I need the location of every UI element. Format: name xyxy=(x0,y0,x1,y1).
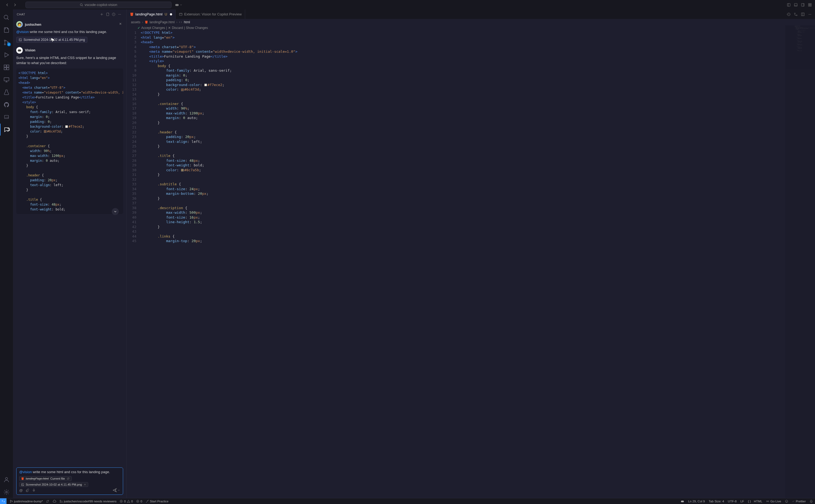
activity-run-debug[interactable] xyxy=(0,49,13,61)
tab-label: Extension: Vision for Copilot Preview xyxy=(184,12,242,16)
activity-output[interactable]: LOG xyxy=(0,111,13,123)
activity-chat[interactable] xyxy=(0,124,13,136)
message-attachment[interactable]: Screenshot 2024-10-02 at 4.11.45 PM.png xyxy=(16,37,87,43)
activity-accounts[interactable] xyxy=(0,474,13,486)
activity-source-control[interactable]: 2 xyxy=(0,37,13,48)
command-center[interactable]: vscode-copilot-vision xyxy=(25,2,172,8)
activity-search[interactable] xyxy=(0,12,13,24)
remote-indicator[interactable] xyxy=(0,498,6,504)
remove-chip-button[interactable] xyxy=(84,483,86,486)
chat-pin-button[interactable] xyxy=(105,11,111,17)
status-language[interactable]: { } HTML xyxy=(748,500,762,503)
timeline-button[interactable] xyxy=(786,11,792,17)
editor-area: landingPage.html U Extension: Vision for… xyxy=(127,9,815,498)
crumb[interactable]: assets xyxy=(131,20,140,24)
code-editor[interactable]: 1234567891011121314151617181920212223242… xyxy=(127,30,815,498)
chevron-down-icon xyxy=(180,4,182,6)
status-copilot[interactable] xyxy=(681,499,684,503)
scroll-down-button[interactable] xyxy=(112,208,119,215)
nav-back-button[interactable] xyxy=(4,2,10,8)
voice-button[interactable] xyxy=(32,488,36,492)
activity-explorer[interactable] xyxy=(0,24,13,36)
status-branch[interactable]: justin/readme-bump* xyxy=(10,500,43,503)
customize-layout-button[interactable] xyxy=(807,2,813,8)
attachment-name: Screenshot 2024-10-02 at 4.11.45 PM.png xyxy=(24,38,85,42)
chat-input-text[interactable]: @vision write me some html and css for t… xyxy=(19,470,120,474)
tab-more-button[interactable] xyxy=(807,11,813,17)
html5-icon xyxy=(21,477,24,480)
code-content[interactable]: <!DOCTYPE html><html lang="en"><head> <m… xyxy=(141,30,815,498)
status-pr[interactable]: justschen/vscode#99 needs reviewers xyxy=(60,500,116,503)
split-editor-button[interactable] xyxy=(800,11,806,17)
show-changes-button[interactable]: Show Changes xyxy=(186,26,208,30)
svg-point-29 xyxy=(119,14,119,15)
accept-changes-button[interactable]: Accept Changes xyxy=(141,26,165,30)
current-file-chip[interactable]: landingPage.html Current file xyxy=(19,476,72,481)
status-sync[interactable] xyxy=(46,500,49,503)
chat-input[interactable]: @vision write me some html and css for t… xyxy=(16,467,123,495)
attachment-chip[interactable]: Screenshot 2024-10-02 at 4.11.45 PM.png xyxy=(19,482,88,487)
chat-code-block[interactable]: <!DOCTYPE html> <html lang="en"> <head> … xyxy=(16,68,123,214)
svg-rect-10 xyxy=(809,3,810,4)
crumb[interactable]: landingPage.html xyxy=(150,20,175,24)
message-text: @vision write me some html and css for t… xyxy=(16,29,123,35)
mention-button[interactable]: @ xyxy=(19,488,23,492)
svg-rect-6 xyxy=(794,3,797,6)
status-prettier[interactable]: Prettier xyxy=(792,500,806,503)
nav-forward-button[interactable] xyxy=(12,2,18,8)
input-mention[interactable]: @vision xyxy=(19,470,32,474)
line-gutter: 1234567891011121314151617181920212223242… xyxy=(127,30,141,498)
svg-rect-12 xyxy=(809,5,810,6)
svg-rect-20 xyxy=(4,68,6,70)
svg-point-33 xyxy=(20,39,20,39)
activity-remote[interactable] xyxy=(0,74,13,86)
status-golive[interactable]: Go Live xyxy=(766,500,781,503)
activity-settings[interactable] xyxy=(0,486,13,498)
eye-off-icon[interactable] xyxy=(67,477,70,480)
status-notifications[interactable] xyxy=(810,500,813,503)
status-errors[interactable]: 0 0 xyxy=(120,500,133,503)
status-tab-size[interactable]: Tab Size: 4 xyxy=(709,500,724,503)
svg-point-50 xyxy=(10,502,11,502)
status-ports[interactable]: 0 xyxy=(136,500,142,503)
svg-point-43 xyxy=(796,15,797,16)
send-button[interactable] xyxy=(113,488,120,492)
activity-github[interactable] xyxy=(0,99,13,111)
svg-point-60 xyxy=(785,500,788,502)
activity-bar: 2 LOG xyxy=(0,9,13,498)
svg-point-36 xyxy=(20,50,21,51)
message-close-button[interactable] xyxy=(118,21,123,27)
activity-testing[interactable] xyxy=(0,86,13,98)
chat-panel: CHAT 🧑 justschen @vi xyxy=(13,9,127,498)
svg-rect-21 xyxy=(7,68,9,70)
status-cloud[interactable] xyxy=(52,500,56,503)
chat-history-button[interactable] xyxy=(111,11,117,17)
discard-changes-button[interactable]: Discard xyxy=(172,26,183,30)
image-icon xyxy=(19,38,22,41)
svg-point-25 xyxy=(5,477,8,480)
chat-header: CHAT xyxy=(13,9,126,19)
status-cursor-position[interactable]: Ln 29, Col 9 xyxy=(688,500,705,503)
status-encoding[interactable]: UTF-8 xyxy=(728,500,737,503)
status-rocket[interactable]: Start Practice xyxy=(146,500,169,503)
toggle-panel-button[interactable] xyxy=(793,2,799,8)
tab-modified-indicator: U xyxy=(165,12,167,16)
new-chat-button[interactable] xyxy=(99,11,105,17)
svg-point-47 xyxy=(810,14,810,15)
tab-extension-preview[interactable]: Extension: Vision for Copilot Preview xyxy=(176,9,245,19)
compare-changes-button[interactable] xyxy=(793,11,799,17)
breadcrumbs[interactable]: assets › landingPage.html › html xyxy=(127,19,815,25)
toggle-secondary-sidebar-button[interactable] xyxy=(800,2,806,8)
copilot-account-dropdown[interactable] xyxy=(174,2,183,8)
crumb[interactable]: html xyxy=(184,20,190,24)
attach-button[interactable] xyxy=(25,488,29,492)
toggle-primary-sidebar-button[interactable] xyxy=(786,2,792,8)
mention[interactable]: @vision xyxy=(16,30,29,34)
chevron-right-icon: › xyxy=(142,20,143,24)
chat-more-button[interactable] xyxy=(117,11,123,17)
tab-landingpage[interactable]: landingPage.html U xyxy=(127,9,176,19)
svg-point-16 xyxy=(4,44,5,45)
status-eol[interactable]: LF xyxy=(740,500,744,503)
status-feedback[interactable] xyxy=(785,500,788,503)
activity-extensions[interactable] xyxy=(0,61,13,73)
